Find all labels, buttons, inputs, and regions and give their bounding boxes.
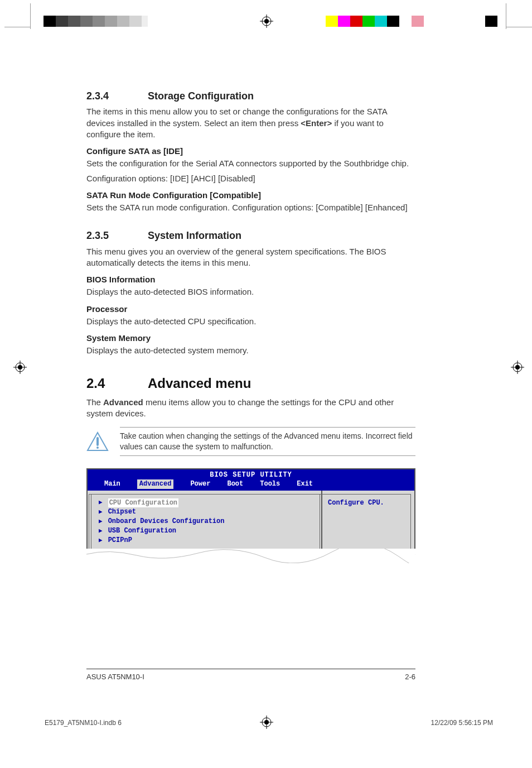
heading-234: 2.3.4Storage Configuration — [86, 89, 415, 103]
bios-tab-boot: Boot — [227, 479, 243, 488]
registration-mark-icon — [511, 361, 524, 374]
page-content: 2.3.4Storage Configuration The items in … — [86, 89, 415, 563]
para-235-intro: This menu gives you an overview of the g… — [86, 246, 415, 269]
triangle-right-icon: ▶ — [99, 508, 103, 516]
print-file: E5179_AT5NM10-I.indb 6 — [45, 719, 122, 727]
color-bar-left — [43, 16, 209, 27]
heading-235: 2.3.5System Information — [86, 229, 415, 242]
subhead-processor: Processor — [86, 304, 415, 315]
subhead-configure-sata: Configure SATA as [IDE] — [86, 146, 415, 157]
para: Displays the auto-detected BIOS informat… — [86, 286, 415, 297]
caution-icon — [86, 430, 109, 453]
bios-item-chipset: ▶Chipset — [99, 507, 316, 517]
registration-mark-icon — [260, 15, 273, 28]
svg-point-18 — [96, 447, 99, 449]
caution-note: Take caution when changing the settings … — [86, 427, 415, 456]
triangle-right-icon: ▶ — [99, 536, 103, 545]
caution-text: Take caution when changing the settings … — [120, 427, 415, 456]
bios-item-onboard: ▶Onboard Devices Configuration — [99, 517, 316, 526]
bios-tab-advanced: Advanced — [137, 479, 174, 488]
print-date: 12/22/09 5:56:15 PM — [431, 719, 493, 727]
bios-item-pcipnp: ▶PCIPnP — [99, 536, 316, 545]
footer-pagenum: 2-6 — [405, 673, 415, 681]
bios-tab-tools: Tools — [260, 479, 280, 488]
para: Sets the SATA run mode configuration. Co… — [86, 202, 415, 213]
para: Configuration options: [IDE] [AHCI] [Dis… — [86, 173, 415, 184]
footer-product: ASUS AT5NM10-I — [86, 673, 144, 681]
para: Displays the auto-detected CPU specifica… — [86, 316, 415, 327]
subhead-biosinfo: BIOS Information — [86, 274, 415, 285]
bios-tabs: Main Advanced Power Boot Tools Exit — [88, 479, 414, 490]
page-footer: ASUS AT5NM10-I 2-6 — [86, 669, 415, 681]
triangle-right-icon: ▶ — [99, 527, 103, 535]
bios-screenshot: BIOS SETUP UTILITY Main Advanced Power B… — [86, 468, 415, 563]
subhead-sata-runmode: SATA Run Mode Configuration [Compatible] — [86, 190, 415, 201]
bios-item-cpu: ▶CPU Configuration — [99, 498, 316, 508]
bios-help-text: Configure CPU. — [328, 499, 384, 507]
para: Sets the configuration for the Serial AT… — [86, 158, 415, 169]
triangle-right-icon: ▶ — [99, 517, 103, 526]
bios-tab-power: Power — [190, 479, 210, 488]
bios-tab-exit: Exit — [297, 479, 313, 488]
torn-edge — [86, 549, 415, 563]
triangle-right-icon: ▶ — [99, 498, 103, 507]
registration-mark-icon — [13, 361, 27, 374]
color-bar-right — [326, 16, 497, 27]
para-234-intro: The items in this menu allow you to set … — [86, 106, 415, 140]
subhead-sysmem: System Memory — [86, 333, 415, 344]
bios-tab-main: Main — [104, 479, 120, 488]
heading-24: 2.4Advanced menu — [86, 375, 415, 392]
bios-item-usb: ▶USB Configuration — [99, 526, 316, 536]
print-footer: E5179_AT5NM10-I.indb 6 12/22/09 5:56:15 … — [45, 719, 493, 727]
para-24-intro: The Advanced menu items allow you to cha… — [86, 397, 415, 420]
para: Displays the auto-detected system memory… — [86, 345, 415, 356]
bios-title: BIOS SETUP UTILITY — [88, 469, 414, 479]
